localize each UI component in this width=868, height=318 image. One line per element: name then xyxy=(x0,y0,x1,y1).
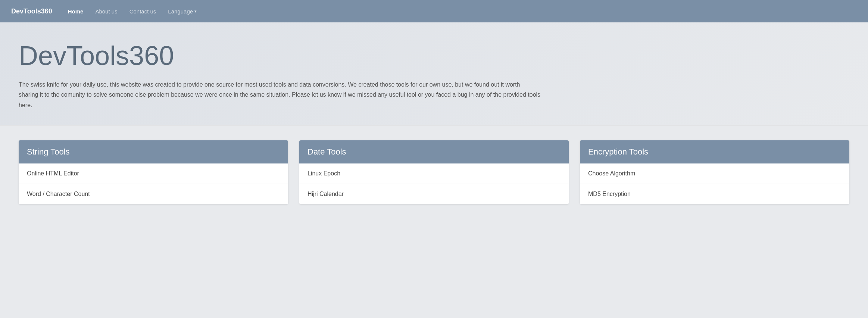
hero-title: DevTools360 xyxy=(19,41,849,71)
card-header-encryption-tools: Encryption Tools xyxy=(580,140,849,163)
card-items-string-tools: Online HTML EditorWord / Character Count xyxy=(19,163,288,204)
nav-link-contact[interactable]: Contact us xyxy=(125,6,161,17)
hero-description: The swiss knife for your daily use, this… xyxy=(19,80,541,110)
card-header-string-tools: String Tools xyxy=(19,140,288,163)
navbar: DevTools360 Home About us Contact us Lan… xyxy=(0,0,868,22)
card-item-string-tools-1[interactable]: Word / Character Count xyxy=(19,184,288,204)
card-item-encryption-tools-0[interactable]: Choose Algorithm xyxy=(580,163,849,184)
nav-brand[interactable]: DevTools360 xyxy=(11,7,52,15)
nav-link-language[interactable]: Language ▾ xyxy=(163,6,201,17)
card-header-title-encryption-tools: Encryption Tools xyxy=(588,147,648,156)
card-item-date-tools-1[interactable]: Hijri Calendar xyxy=(299,184,569,204)
card-date-tools: Date ToolsLinux EpochHijri Calendar xyxy=(299,140,569,204)
card-header-title-string-tools: String Tools xyxy=(27,147,70,156)
card-item-date-tools-0[interactable]: Linux Epoch xyxy=(299,163,569,184)
nav-links: Home About us Contact us Language ▾ xyxy=(63,6,201,17)
card-encryption-tools: Encryption ToolsChoose AlgorithmMD5 Encr… xyxy=(580,140,849,204)
cards-section: String ToolsOnline HTML EditorWord / Cha… xyxy=(0,125,868,219)
nav-link-home[interactable]: Home xyxy=(63,6,88,17)
nav-link-about[interactable]: About us xyxy=(91,6,122,17)
hero-section: DevTools360 The swiss knife for your dai… xyxy=(0,22,868,125)
card-item-string-tools-0[interactable]: Online HTML Editor xyxy=(19,163,288,184)
card-header-date-tools: Date Tools xyxy=(299,140,569,163)
card-string-tools: String ToolsOnline HTML EditorWord / Cha… xyxy=(19,140,288,204)
card-items-date-tools: Linux EpochHijri Calendar xyxy=(299,163,569,204)
card-item-encryption-tools-1[interactable]: MD5 Encryption xyxy=(580,184,849,204)
card-header-title-date-tools: Date Tools xyxy=(307,147,346,156)
card-items-encryption-tools: Choose AlgorithmMD5 Encryption xyxy=(580,163,849,204)
chevron-down-icon: ▾ xyxy=(194,9,197,14)
